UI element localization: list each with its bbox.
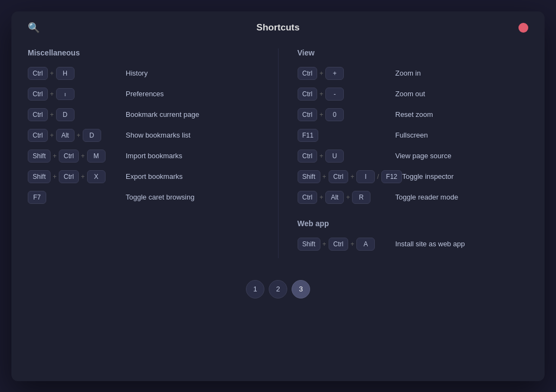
shortcuts-content: Miscellaneous Ctrl + H History Ctrl + ı … (28, 48, 528, 258)
shortcut-row: Ctrl + 0 Reset zoom (298, 108, 529, 121)
pagination: 1 2 3 (28, 280, 528, 298)
shortcut-label: Zoom in (396, 69, 529, 77)
page-3-button[interactable]: 3 (292, 280, 310, 298)
key-a: A (356, 238, 375, 251)
keys-group: Ctrl + Alt + R (298, 191, 396, 204)
view-section: View Ctrl + + Zoom in Ctrl + - Zoom out (298, 48, 529, 258)
key-ctrl: Ctrl (329, 238, 349, 251)
keys-group: F11 (298, 129, 396, 142)
shortcut-row: Ctrl + D Bookmark current page (28, 108, 259, 121)
modal-header: 🔍 Shortcuts (28, 22, 528, 33)
shortcut-row: Shift + Ctrl + A Install site as web app (298, 238, 529, 251)
shortcut-label: Show bookmarks list (126, 131, 259, 139)
key-minus: - (325, 88, 344, 101)
shortcut-row: Ctrl + ı Preferences (28, 88, 259, 101)
shortcut-label: Reset zoom (396, 110, 529, 119)
webapp-section-title: Web app (298, 219, 529, 228)
key-u: U (325, 150, 344, 163)
keys-group: Shift + Ctrl + I / F12 (298, 170, 403, 183)
key-shift: Shift (28, 170, 51, 183)
close-button[interactable] (518, 23, 528, 33)
page-2-button[interactable]: 2 (269, 280, 287, 298)
key-d: D (56, 108, 75, 121)
key-shift: Shift (298, 170, 320, 183)
shortcut-row: Shift + Ctrl + M Import bookmarks (28, 150, 259, 163)
shortcut-row: Ctrl + - Zoom out (298, 88, 529, 101)
key-ctrl: Ctrl (329, 170, 349, 183)
webapp-section: Web app Shift + Ctrl + A Install site as… (298, 219, 529, 251)
key-ctrl: Ctrl (298, 88, 318, 101)
key-alt: Alt (325, 191, 344, 204)
shortcut-row: Shift + Ctrl + X Export bookmarks (28, 170, 259, 183)
misc-section-title: Miscellaneous (28, 48, 259, 57)
modal-title: Shortcuts (256, 22, 299, 33)
keys-group: Ctrl + + (298, 67, 396, 80)
key-ctrl: Ctrl (59, 150, 79, 163)
key-shift: Shift (28, 150, 51, 163)
shortcut-label: Preferences (126, 90, 259, 98)
key-m: M (87, 150, 106, 163)
shortcut-row: Ctrl + + Zoom in (298, 67, 529, 80)
shortcut-row: Ctrl + U View page source (298, 150, 529, 163)
shortcut-row: Shift + Ctrl + I / F12 Toggle inspector (298, 170, 529, 183)
key-ctrl: Ctrl (28, 67, 48, 80)
shortcut-label: Export bookmarks (126, 172, 259, 181)
shortcut-label: Toggle caret browsing (126, 193, 259, 201)
key-i: I (356, 170, 375, 183)
shortcut-row: Ctrl + Alt + D Show bookmarks list (28, 129, 259, 142)
shortcut-label: Toggle inspector (402, 172, 528, 181)
shortcut-label: Toggle reader mode (396, 193, 529, 201)
shortcuts-modal: 🔍 Shortcuts Miscellaneous Ctrl + H Histo… (11, 11, 545, 381)
key-d2: D (83, 129, 101, 142)
keys-group: Ctrl + 0 (298, 108, 396, 121)
keys-group: Ctrl + H (28, 67, 126, 80)
key-f11: F11 (298, 129, 319, 142)
key-ctrl: Ctrl (28, 88, 48, 101)
keys-group: Ctrl + ı (28, 88, 126, 101)
keys-group: Shift + Ctrl + X (28, 170, 126, 183)
shortcut-label: History (126, 69, 259, 77)
shortcut-label: Fullscreen (396, 131, 529, 139)
key-i: ı (56, 88, 75, 100)
search-icon[interactable]: 🔍 (28, 22, 40, 34)
key-f12: F12 (381, 170, 403, 183)
key-h: H (56, 67, 75, 80)
page-1-button[interactable]: 1 (246, 280, 264, 298)
shortcut-label: Bookmark current page (126, 110, 259, 119)
key-f7: F7 (28, 191, 46, 204)
shortcut-row: F7 Toggle caret browsing (28, 191, 259, 204)
keys-group: Ctrl + - (298, 88, 396, 101)
key-0: 0 (325, 108, 344, 121)
keys-group: Shift + Ctrl + A (298, 238, 396, 251)
key-ctrl: Ctrl (59, 170, 79, 183)
key-shift: Shift (298, 238, 320, 251)
view-section-title: View (298, 48, 529, 57)
key-ctrl: Ctrl (298, 108, 318, 121)
section-divider (278, 48, 279, 258)
key-ctrl: Ctrl (298, 191, 318, 204)
key-r: R (352, 191, 370, 204)
shortcut-label: View page source (396, 152, 529, 160)
misc-section: Miscellaneous Ctrl + H History Ctrl + ı … (28, 48, 259, 258)
key-ctrl: Ctrl (298, 150, 318, 163)
shortcut-row: Ctrl + H History (28, 67, 259, 80)
shortcut-label: Zoom out (396, 90, 529, 98)
keys-group: F7 (28, 191, 126, 204)
key-ctrl: Ctrl (28, 129, 48, 142)
key-ctrl: Ctrl (298, 67, 318, 80)
shortcut-label: Install site as web app (396, 240, 529, 248)
keys-group: Ctrl + Alt + D (28, 129, 126, 142)
key-alt: Alt (56, 129, 75, 142)
shortcut-row: Ctrl + Alt + R Toggle reader mode (298, 191, 529, 204)
shortcut-row: F11 Fullscreen (298, 129, 529, 142)
key-ctrl: Ctrl (28, 108, 48, 121)
key-plus: + (325, 67, 344, 80)
keys-group: Ctrl + U (298, 150, 396, 163)
key-x: X (87, 170, 106, 183)
keys-group: Ctrl + D (28, 108, 126, 121)
keys-group: Shift + Ctrl + M (28, 150, 126, 163)
shortcut-label: Import bookmarks (126, 152, 259, 160)
